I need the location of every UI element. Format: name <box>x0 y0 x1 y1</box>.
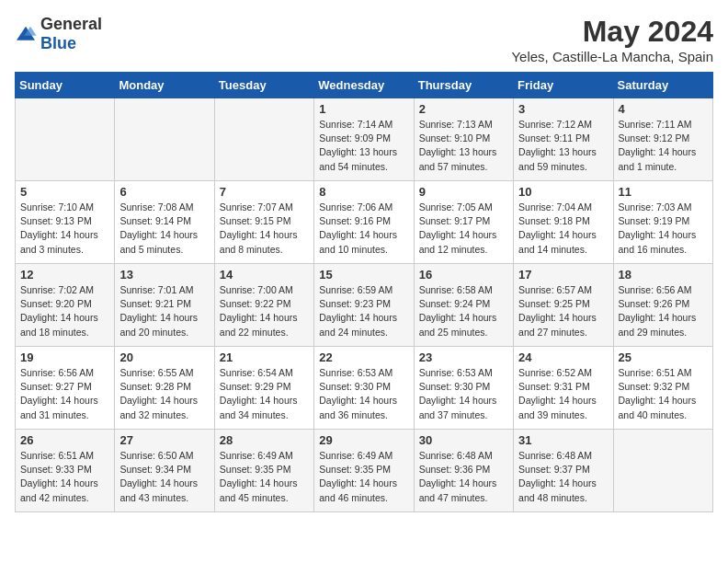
calendar-cell: 21Sunrise: 6:54 AMSunset: 9:29 PMDayligh… <box>214 347 313 430</box>
day-number: 27 <box>119 433 209 447</box>
cell-info: Sunrise: 6:49 AMSunset: 9:35 PMDaylight:… <box>319 449 408 505</box>
cell-info: Sunrise: 7:03 AMSunset: 9:19 PMDaylight:… <box>619 201 708 257</box>
cell-info: Sunrise: 6:48 AMSunset: 9:36 PMDaylight:… <box>419 449 508 505</box>
calendar-cell: 13Sunrise: 7:01 AMSunset: 9:21 PMDayligh… <box>115 264 214 347</box>
calendar-cell <box>16 98 115 181</box>
day-number: 30 <box>419 433 508 447</box>
cell-info: Sunrise: 6:56 AMSunset: 9:27 PMDaylight:… <box>20 366 109 422</box>
month-year: May 2024 <box>511 15 713 49</box>
day-number: 19 <box>20 350 109 364</box>
header-row: Sunday Monday Tuesday Wednesday Thursday… <box>16 73 713 98</box>
cell-info: Sunrise: 6:56 AMSunset: 9:26 PMDaylight:… <box>619 283 708 339</box>
cell-info: Sunrise: 6:53 AMSunset: 9:30 PMDaylight:… <box>419 366 508 422</box>
day-number: 9 <box>419 185 508 199</box>
day-number: 17 <box>518 268 608 282</box>
title-block: May 2024 Yeles, Castille-La Mancha, Spai… <box>511 15 713 64</box>
day-number: 21 <box>220 350 309 364</box>
calendar-cell: 17Sunrise: 6:57 AMSunset: 9:25 PMDayligh… <box>514 264 613 347</box>
calendar-cell: 9Sunrise: 7:05 AMSunset: 9:17 PMDaylight… <box>414 181 513 264</box>
cell-info: Sunrise: 7:08 AMSunset: 9:14 PMDaylight:… <box>119 201 209 257</box>
calendar-cell: 16Sunrise: 6:58 AMSunset: 9:24 PMDayligh… <box>414 264 513 347</box>
cell-info: Sunrise: 7:10 AMSunset: 9:13 PMDaylight:… <box>20 201 109 257</box>
col-saturday: Saturday <box>613 73 712 98</box>
col-thursday: Thursday <box>414 73 513 98</box>
calendar-week-5: 26Sunrise: 6:51 AMSunset: 9:33 PMDayligh… <box>16 430 713 512</box>
cell-info: Sunrise: 7:00 AMSunset: 9:22 PMDaylight:… <box>220 283 309 339</box>
cell-info: Sunrise: 6:51 AMSunset: 9:32 PMDaylight:… <box>619 366 708 422</box>
calendar-cell: 10Sunrise: 7:04 AMSunset: 9:18 PMDayligh… <box>514 181 613 264</box>
calendar-cell: 30Sunrise: 6:48 AMSunset: 9:36 PMDayligh… <box>414 430 513 512</box>
calendar-cell: 22Sunrise: 6:53 AMSunset: 9:30 PMDayligh… <box>314 347 414 430</box>
calendar-week-3: 12Sunrise: 7:02 AMSunset: 9:20 PMDayligh… <box>16 264 713 347</box>
day-number: 13 <box>119 268 209 282</box>
day-number: 2 <box>419 102 508 116</box>
day-number: 28 <box>220 433 309 447</box>
cell-info: Sunrise: 6:53 AMSunset: 9:30 PMDaylight:… <box>319 366 408 422</box>
day-number: 29 <box>319 433 408 447</box>
cell-info: Sunrise: 6:49 AMSunset: 9:35 PMDaylight:… <box>220 449 309 505</box>
calendar-cell: 28Sunrise: 6:49 AMSunset: 9:35 PMDayligh… <box>214 430 313 512</box>
calendar-cell: 6Sunrise: 7:08 AMSunset: 9:14 PMDaylight… <box>115 181 214 264</box>
calendar-week-2: 5Sunrise: 7:10 AMSunset: 9:13 PMDaylight… <box>16 181 713 264</box>
day-number: 1 <box>319 102 408 116</box>
day-number: 16 <box>419 268 508 282</box>
calendar-cell: 31Sunrise: 6:48 AMSunset: 9:37 PMDayligh… <box>514 430 613 512</box>
day-number: 7 <box>220 185 309 199</box>
cell-info: Sunrise: 6:52 AMSunset: 9:31 PMDaylight:… <box>518 366 608 422</box>
day-number: 26 <box>20 433 109 447</box>
day-number: 31 <box>518 433 608 447</box>
day-number: 24 <box>518 350 608 364</box>
location: Yeles, Castille-La Mancha, Spain <box>511 49 713 64</box>
calendar-cell: 7Sunrise: 7:07 AMSunset: 9:15 PMDaylight… <box>214 181 313 264</box>
calendar-cell: 1Sunrise: 7:14 AMSunset: 9:09 PMDaylight… <box>314 98 414 181</box>
day-number: 12 <box>20 268 109 282</box>
cell-info: Sunrise: 6:59 AMSunset: 9:23 PMDaylight:… <box>319 283 408 339</box>
calendar-week-1: 1Sunrise: 7:14 AMSunset: 9:09 PMDaylight… <box>16 98 713 181</box>
calendar-cell: 15Sunrise: 6:59 AMSunset: 9:23 PMDayligh… <box>314 264 414 347</box>
calendar-cell: 12Sunrise: 7:02 AMSunset: 9:20 PMDayligh… <box>16 264 115 347</box>
calendar-cell: 29Sunrise: 6:49 AMSunset: 9:35 PMDayligh… <box>314 430 414 512</box>
day-number: 20 <box>119 350 209 364</box>
col-friday: Friday <box>514 73 613 98</box>
col-wednesday: Wednesday <box>314 73 414 98</box>
day-number: 8 <box>319 185 408 199</box>
col-sunday: Sunday <box>16 73 115 98</box>
calendar-cell: 27Sunrise: 6:50 AMSunset: 9:34 PMDayligh… <box>115 430 214 512</box>
calendar-cell: 23Sunrise: 6:53 AMSunset: 9:30 PMDayligh… <box>414 347 513 430</box>
cell-info: Sunrise: 7:14 AMSunset: 9:09 PMDaylight:… <box>319 118 408 174</box>
day-number: 11 <box>619 185 708 199</box>
page-header: General Blue May 2024 Yeles, Castille-La… <box>15 15 713 64</box>
calendar-cell <box>214 98 313 181</box>
cell-info: Sunrise: 6:50 AMSunset: 9:34 PMDaylight:… <box>119 449 209 505</box>
logo: General Blue <box>15 15 102 53</box>
calendar-cell: 3Sunrise: 7:12 AMSunset: 9:11 PMDaylight… <box>514 98 613 181</box>
cell-info: Sunrise: 6:58 AMSunset: 9:24 PMDaylight:… <box>419 283 508 339</box>
day-number: 15 <box>319 268 408 282</box>
calendar-cell: 14Sunrise: 7:00 AMSunset: 9:22 PMDayligh… <box>214 264 313 347</box>
calendar-cell: 20Sunrise: 6:55 AMSunset: 9:28 PMDayligh… <box>115 347 214 430</box>
cell-info: Sunrise: 6:57 AMSunset: 9:25 PMDaylight:… <box>518 283 608 339</box>
calendar-cell: 25Sunrise: 6:51 AMSunset: 9:32 PMDayligh… <box>613 347 712 430</box>
calendar-cell: 8Sunrise: 7:06 AMSunset: 9:16 PMDaylight… <box>314 181 414 264</box>
day-number: 10 <box>518 185 608 199</box>
cell-info: Sunrise: 6:54 AMSunset: 9:29 PMDaylight:… <box>220 366 309 422</box>
col-tuesday: Tuesday <box>214 73 313 98</box>
calendar-week-4: 19Sunrise: 6:56 AMSunset: 9:27 PMDayligh… <box>16 347 713 430</box>
day-number: 18 <box>619 268 708 282</box>
day-number: 22 <box>319 350 408 364</box>
logo-text: General Blue <box>40 15 102 53</box>
day-number: 25 <box>619 350 708 364</box>
cell-info: Sunrise: 7:04 AMSunset: 9:18 PMDaylight:… <box>518 201 608 257</box>
calendar-cell: 4Sunrise: 7:11 AMSunset: 9:12 PMDaylight… <box>613 98 712 181</box>
cell-info: Sunrise: 7:13 AMSunset: 9:10 PMDaylight:… <box>419 118 508 174</box>
cell-info: Sunrise: 7:01 AMSunset: 9:21 PMDaylight:… <box>119 283 209 339</box>
cell-info: Sunrise: 7:12 AMSunset: 9:11 PMDaylight:… <box>518 118 608 174</box>
day-number: 5 <box>20 185 109 199</box>
calendar-cell <box>613 430 712 512</box>
cell-info: Sunrise: 6:55 AMSunset: 9:28 PMDaylight:… <box>119 366 209 422</box>
calendar-cell: 11Sunrise: 7:03 AMSunset: 9:19 PMDayligh… <box>613 181 712 264</box>
day-number: 23 <box>419 350 508 364</box>
cell-info: Sunrise: 7:02 AMSunset: 9:20 PMDaylight:… <box>20 283 109 339</box>
logo-blue: Blue <box>40 34 76 52</box>
day-number: 14 <box>220 268 309 282</box>
